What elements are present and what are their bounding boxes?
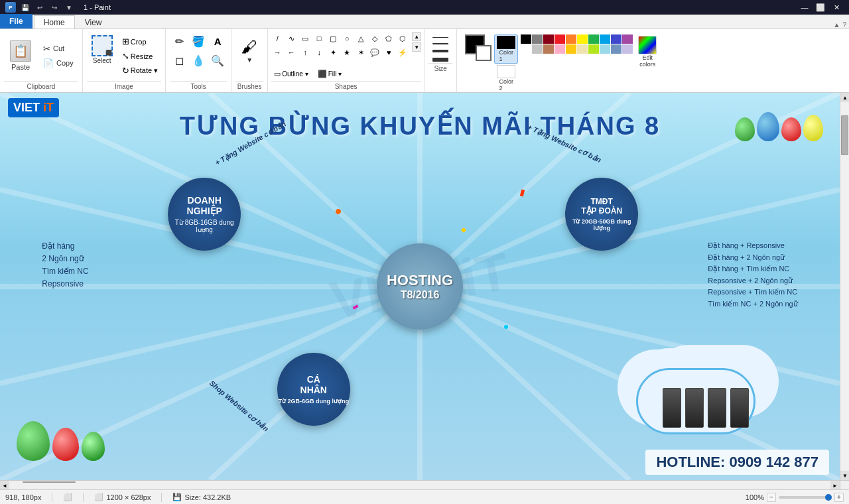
color-cell-r1-9[interactable] xyxy=(622,34,633,44)
shape-hex[interactable]: ⬡ xyxy=(396,32,409,45)
color-cell-r1-1[interactable] xyxy=(532,34,543,44)
shape-star5[interactable]: ★ xyxy=(340,46,354,59)
scroll-left-arrow[interactable]: ◄ xyxy=(0,481,9,489)
color-cell-r2-0[interactable] xyxy=(521,44,531,54)
zoom-text: 100% xyxy=(746,493,764,501)
shape-heart[interactable]: ♥ xyxy=(382,46,395,59)
zoom-slider-thumb[interactable] xyxy=(825,494,832,501)
file-tab[interactable]: File xyxy=(0,14,33,29)
shape-line[interactable]: / xyxy=(271,32,284,45)
window-title: 1 - Paint xyxy=(84,3,111,11)
scroll-track-h[interactable] xyxy=(9,481,830,489)
magnifier-tool[interactable]: 🔍 xyxy=(208,51,227,70)
tab-view[interactable]: View xyxy=(75,15,112,29)
shape-arrow-l[interactable]: ← xyxy=(285,46,298,59)
tools-group-label: Tools xyxy=(170,81,227,92)
resize-button[interactable]: ⤡ Resize xyxy=(119,49,161,63)
color-cell-r1-4[interactable] xyxy=(566,34,576,44)
color-pick-tool[interactable]: 💧 xyxy=(189,51,208,70)
color-cell-r2-5[interactable] xyxy=(577,44,588,54)
size-6px[interactable] xyxy=(432,58,448,62)
zoom-in-button[interactable]: + xyxy=(834,493,844,502)
maximize-button[interactable]: ⬜ xyxy=(813,2,828,13)
outline-button[interactable]: ▭ Outline ▾ xyxy=(271,68,311,80)
color-cell-r1-7[interactable] xyxy=(600,34,610,44)
color-cell-r2-4[interactable] xyxy=(566,44,576,54)
horizontal-scrollbar[interactable]: ◄ ► xyxy=(0,480,840,489)
shape-star6[interactable]: ✶ xyxy=(354,46,367,59)
clipboard-group-label: Clipboard xyxy=(4,81,78,92)
color-cell-r2-2[interactable] xyxy=(543,44,554,54)
vertical-scrollbar[interactable]: ▲ ▼ xyxy=(840,93,849,480)
tab-home[interactable]: Home xyxy=(34,15,75,29)
edit-colors-button[interactable]: Edit colors xyxy=(635,34,659,69)
minimize-button[interactable]: — xyxy=(797,2,812,13)
shape-triangle[interactable]: △ xyxy=(354,32,367,45)
rotate-button[interactable]: ↻ Rotate ▾ xyxy=(119,64,161,78)
fill-button[interactable]: ⬛ Fill ▾ xyxy=(314,68,346,80)
color-cell-r1-0[interactable] xyxy=(521,34,531,44)
shape-lightning[interactable]: ⚡ xyxy=(396,46,409,59)
scroll-right-arrow[interactable]: ► xyxy=(830,481,840,489)
size-4px[interactable] xyxy=(432,50,448,52)
undo-titlebar-icon[interactable]: ↩ xyxy=(34,2,45,13)
close-button[interactable]: ✕ xyxy=(829,2,844,13)
canvas-area: VIET iT VIET iT TƯNG BỪNG KHUYẾN MÃI THÁ… xyxy=(0,93,849,489)
balloons-area xyxy=(735,112,823,141)
color-cell-r1-5[interactable] xyxy=(577,34,588,44)
cut-button[interactable]: ✂ Cut xyxy=(38,42,78,56)
select-button[interactable]: Select xyxy=(87,32,117,68)
text-tool[interactable]: A xyxy=(208,32,227,50)
pencil-tool[interactable]: ✏ xyxy=(170,32,188,50)
shape-ellipse[interactable]: ○ xyxy=(340,32,354,45)
size-selector[interactable] xyxy=(432,37,448,62)
paste-button[interactable]: Paste xyxy=(4,37,37,74)
shape-curve[interactable]: ∿ xyxy=(285,32,298,45)
scroll-down-arrow[interactable]: ▼ xyxy=(840,471,849,480)
brushes-button[interactable]: 🖌 ▼ xyxy=(235,34,263,67)
color2-button[interactable]: Color2 xyxy=(494,65,518,92)
shape-callout[interactable]: 💬 xyxy=(368,46,381,59)
size-2px[interactable] xyxy=(432,43,448,44)
shape-diamond[interactable]: ◇ xyxy=(368,32,381,45)
ribbon-collapse-icon[interactable]: ▲ xyxy=(834,21,840,29)
shape-arrow-d[interactable]: ↓ xyxy=(312,46,326,59)
shape-round-rect[interactable]: ▢ xyxy=(326,32,340,45)
copy-button[interactable]: 📄 Copy xyxy=(38,56,78,70)
eraser-tool[interactable]: ◻ xyxy=(170,51,188,70)
quick-access-arrow-icon[interactable]: ▼ xyxy=(64,2,74,13)
shape-star4[interactable]: ✦ xyxy=(326,46,340,59)
color-cell-r2-6[interactable] xyxy=(588,44,599,54)
color-cell-r2-9[interactable] xyxy=(622,44,633,54)
color-cell-r1-6[interactable] xyxy=(588,34,599,44)
shapes-scroll-up[interactable]: ▲ xyxy=(412,32,421,41)
color-cell-r2-1[interactable] xyxy=(532,44,543,54)
zoom-out-button[interactable]: − xyxy=(767,493,776,502)
shapes-scroll-down[interactable]: ▼ xyxy=(412,42,421,52)
color-cell-r1-3[interactable] xyxy=(555,34,565,44)
scroll-track-v[interactable] xyxy=(840,102,849,471)
scroll-up-arrow[interactable]: ▲ xyxy=(840,93,849,102)
shape-rect[interactable]: ▭ xyxy=(298,32,312,45)
shape-rect2[interactable]: □ xyxy=(312,32,326,45)
shape-arrow-r[interactable]: → xyxy=(271,46,284,59)
copy-icon: 📄 xyxy=(43,58,54,68)
crop-button[interactable]: ⊞ Crop xyxy=(119,34,161,48)
fill-tool[interactable]: 🪣 xyxy=(189,32,208,50)
save-titlebar-icon[interactable]: 💾 xyxy=(20,2,31,13)
color-cell-r1-8[interactable] xyxy=(611,34,621,44)
shape-pentagon[interactable]: ⬠ xyxy=(382,32,395,45)
ribbon-help-icon[interactable]: ? xyxy=(842,21,846,29)
app-icon: P xyxy=(5,2,16,13)
color-cell-r1-2[interactable] xyxy=(543,34,554,44)
shape-arrow-u[interactable]: ↑ xyxy=(298,46,312,59)
zoom-slider[interactable] xyxy=(779,496,832,499)
color1-button[interactable]: Color1 xyxy=(494,34,518,64)
color-cell-r2-8[interactable] xyxy=(611,44,621,54)
scroll-thumb-h[interactable] xyxy=(23,481,76,483)
color-cell-r2-3[interactable] xyxy=(555,44,565,54)
size-1px[interactable] xyxy=(432,37,448,38)
redo-titlebar-icon[interactable]: ↪ xyxy=(49,2,60,13)
scroll-thumb-v[interactable] xyxy=(841,115,848,155)
color-cell-r2-7[interactable] xyxy=(600,44,610,54)
